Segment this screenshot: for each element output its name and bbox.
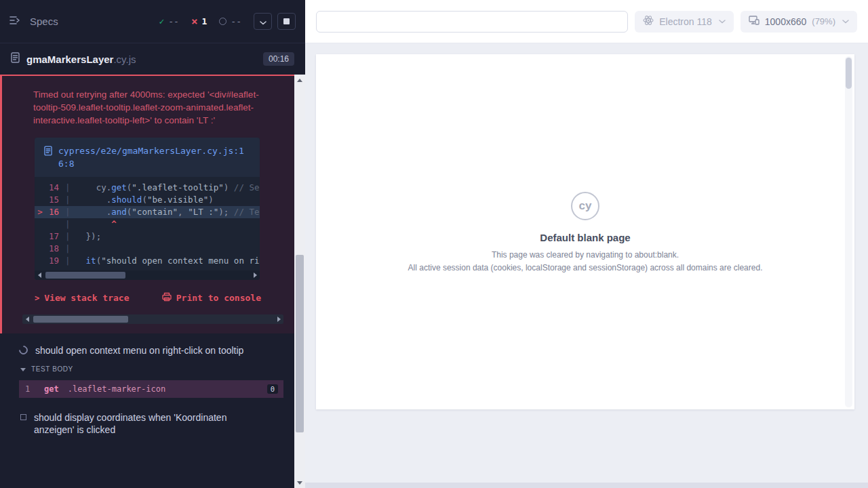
scroll-down-icon[interactable] [294,477,305,488]
run-stats: ✓ -- × 1 -- [159,13,296,30]
spec-header: gmaMarkersLayer.cy.js 00:16 [0,43,305,75]
scroll-right-icon[interactable] [274,314,283,324]
stop-button[interactable] [277,13,296,30]
code-horizontal-scrollbar[interactable] [35,270,260,280]
error-message: Timed out retrying after 4000ms: expecte… [22,84,277,138]
view-stack-trace-link[interactable]: > View stack trace [35,293,129,303]
test-body-toggle[interactable]: TEST BODY [0,357,294,377]
aut-iframe: cy Default blank page This page was clea… [316,54,854,409]
test-running-row[interactable]: should open context menu on right-click … [0,333,294,357]
check-icon: ✓ [159,16,164,26]
scrollbar-thumb[interactable] [846,58,852,89]
viewport-icon [749,16,760,28]
test-pending-row[interactable]: should display coordinates when 'Koordin… [0,398,294,436]
viewport-scale: (79%) [812,16,835,26]
stat-failed: × 1 [191,16,207,27]
reporter-vertical-scrollbar[interactable] [294,75,305,488]
command-method: get [44,384,59,394]
spec-file-icon [11,52,20,66]
error-actions: > View stack trace Print to console [35,292,261,304]
scroll-up-icon[interactable] [294,75,305,85]
chevron-down-icon [20,368,26,371]
scrollbar-thumb[interactable] [45,272,125,279]
blank-page-title: Default blank page [540,232,630,243]
spec-name: gmaMarkersLayer.cy.js [26,54,136,65]
browser-select[interactable]: Electron 118 [635,11,734,33]
test-body-label: TEST BODY [31,365,73,373]
scroll-left-icon[interactable] [22,314,32,324]
reporter-sidebar: Specs ✓ -- × 1 -- [0,0,305,488]
command-count-badge: 0 [267,384,278,394]
code-frame: cypress/e2e/gmaMarkersLayer.cy.js:16:8 1… [35,138,260,280]
stop-icon [283,18,290,24]
print-icon [162,292,172,304]
aut-container: cy Default blank page This page was clea… [305,43,868,483]
scrollbar-thumb[interactable] [33,316,128,323]
stat-passed: ✓ -- [159,16,178,26]
scrollbar-thumb[interactable] [296,255,304,432]
url-input[interactable] [316,11,628,33]
pending-square-icon [20,414,26,420]
command-number: 1 [25,384,33,394]
browser-label: Electron 118 [659,16,712,27]
chevron-down-icon [260,16,267,28]
code-lines: 14| cy.get(".leaflet-tooltip") // Sele15… [35,177,260,270]
print-to-console-button[interactable]: Print to console [162,292,261,304]
viewport-size: 1000x660 [765,16,807,27]
reporter-body: Timed out retrying after 4000ms: expecte… [0,75,305,488]
cross-icon: × [191,16,198,27]
spinner-icon [17,344,29,356]
command-message: .leaflet-marker-icon [68,384,267,394]
chevron-right-icon: > [35,293,39,303]
file-icon [44,144,52,170]
cypress-logo: cy [571,192,599,220]
electron-icon [643,15,654,28]
scroll-right-icon[interactable] [250,270,260,280]
specs-label: Specs [30,16,58,27]
stat-pending: -- [219,16,241,26]
test-title: should open context menu on right-click … [35,344,271,357]
blank-page-line1: This page was cleared by navigating to a… [492,250,679,260]
collapse-all-button[interactable] [254,13,272,30]
failed-attempt-block: Timed out retrying after 4000ms: expecte… [0,75,294,333]
viewport-select[interactable]: 1000x660 (79%) [741,11,857,33]
chevron-down-icon [719,20,726,24]
test-title: should display coordinates when 'Koordin… [34,411,267,436]
spec-duration-badge: 00:16 [263,52,294,66]
code-frame-file-link[interactable]: cypress/e2e/gmaMarkersLayer.cy.js:16:8 [35,138,260,177]
url-toolbar: Electron 118 1000x660 (79%) [305,0,868,43]
scroll-left-icon[interactable] [35,270,44,280]
pending-circle-icon [219,18,226,25]
error-horizontal-scrollbar[interactable] [22,314,283,324]
runner-bottom-scroll-track[interactable] [305,483,868,488]
specs-toggle[interactable]: Specs [9,16,58,28]
chevron-down-icon [842,20,849,24]
specs-bar: Specs ✓ -- × 1 -- [0,0,305,43]
specs-menu-icon [9,16,22,28]
aut-vertical-scrollbar[interactable] [845,56,852,407]
runner-panel: Electron 118 1000x660 (79%) [305,0,868,488]
command-log-row[interactable]: 1 get .leaflet-marker-icon 0 [19,380,283,398]
reporter-content: Timed out retrying after 4000ms: expecte… [0,75,294,488]
cypress-app: Specs ✓ -- × 1 -- [0,0,868,488]
blank-page-line2: All active session data (cookies, localS… [408,263,763,272]
